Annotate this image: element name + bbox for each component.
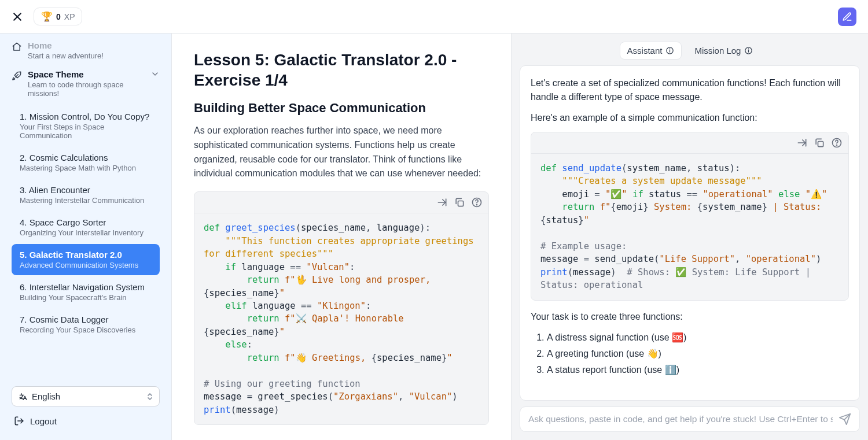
tab-mission-log[interactable]: Mission Log bbox=[687, 42, 760, 60]
task-list: A distress signal function (use 🆘) A gre… bbox=[547, 331, 849, 377]
send-button[interactable] bbox=[838, 413, 851, 426]
language-select[interactable]: English bbox=[12, 386, 160, 406]
task-item-1: A distress signal function (use 🆘) bbox=[547, 331, 849, 345]
copy-code-button[interactable] bbox=[814, 137, 825, 149]
help-code-button[interactable] bbox=[471, 197, 483, 208]
arrow-right-icon bbox=[436, 197, 448, 208]
help-code-button[interactable] bbox=[831, 137, 843, 149]
chat-input[interactable] bbox=[528, 414, 833, 424]
chat-msg-1: Let's create a set of specialized commun… bbox=[531, 76, 849, 104]
example-code-block: def send_update(system_name, status): ""… bbox=[531, 132, 849, 301]
logout-icon bbox=[14, 416, 24, 426]
svg-point-13 bbox=[749, 49, 749, 49]
lesson-title: Lesson 5: Galactic Translator 2.0 - Exer… bbox=[194, 50, 489, 90]
run-code-button[interactable] bbox=[796, 137, 808, 149]
pencil-icon bbox=[842, 12, 852, 22]
translate-icon bbox=[18, 392, 27, 401]
xp-badge[interactable]: 🏆 0 XP bbox=[34, 8, 82, 25]
edit-button[interactable] bbox=[838, 8, 856, 26]
home-icon bbox=[12, 42, 22, 52]
lesson-item-3[interactable]: 3. Alien Encounter Mastering Interstella… bbox=[12, 179, 160, 210]
trophy-icon: 🏆 bbox=[41, 11, 53, 22]
home-title: Home bbox=[28, 40, 160, 50]
sidebar: Home Start a new adventure! Space Theme … bbox=[0, 34, 172, 440]
svg-point-7 bbox=[477, 205, 477, 205]
svg-point-18 bbox=[837, 145, 837, 146]
svg-rect-16 bbox=[818, 142, 823, 147]
assistant-panel: Assistant Mission Log Let's create a set… bbox=[512, 34, 868, 440]
task-item-2: A greeting function (use 👋) bbox=[547, 347, 849, 361]
svg-point-10 bbox=[670, 49, 671, 49]
theme-title: Space Theme bbox=[28, 69, 145, 79]
chevron-down-icon bbox=[150, 69, 160, 79]
xp-value: 0 bbox=[56, 12, 61, 21]
home-subtitle: Start a new adventure! bbox=[28, 51, 160, 60]
tab-assistant-label: Assistant bbox=[627, 46, 663, 56]
help-icon bbox=[831, 137, 843, 149]
logout-label: Logout bbox=[30, 416, 57, 426]
close-icon bbox=[12, 11, 23, 23]
tab-assistant[interactable]: Assistant bbox=[620, 42, 682, 60]
run-code-button[interactable] bbox=[436, 197, 448, 208]
lesson-list: 1. Mission Control, Do You Copy? Your Fi… bbox=[12, 106, 160, 340]
lesson-item-4[interactable]: 4. Space Cargo Sorter Organizing Your In… bbox=[12, 212, 160, 243]
svg-rect-5 bbox=[458, 201, 464, 206]
lesson-content: Lesson 5: Galactic Translator 2.0 - Exer… bbox=[172, 34, 512, 440]
arrow-right-icon bbox=[796, 137, 808, 149]
task-item-3: A status report function (use ℹ️) bbox=[547, 363, 849, 377]
logout-button[interactable]: Logout bbox=[12, 410, 160, 432]
lesson-item-2[interactable]: 2. Cosmic Calculations Mastering Space M… bbox=[12, 147, 160, 178]
lesson-item-7[interactable]: 7. Cosmic Data Logger Recording Your Spa… bbox=[12, 309, 160, 340]
copy-icon bbox=[454, 197, 465, 208]
lesson-code-block: def greet_species(species_name, language… bbox=[194, 191, 489, 425]
lesson-code: def greet_species(species_name, language… bbox=[194, 213, 488, 424]
info-icon bbox=[744, 46, 753, 55]
sidebar-theme-header[interactable]: Space Theme Learn to code through space … bbox=[12, 65, 160, 102]
lesson-item-6[interactable]: 6. Interstellar Navigation System Buildi… bbox=[12, 276, 160, 308]
lesson-paragraph: As our exploration reaches further into … bbox=[194, 124, 489, 181]
chat-area: Let's create a set of specialized commun… bbox=[520, 65, 860, 401]
task-intro: Your task is to create three functions: bbox=[531, 310, 849, 324]
composer bbox=[520, 406, 860, 432]
close-button[interactable] bbox=[12, 11, 23, 23]
topbar: 🏆 0 XP bbox=[0, 0, 868, 34]
example-code: def send_update(system_name, status): ""… bbox=[531, 154, 848, 300]
language-value: English bbox=[32, 391, 60, 401]
chat-msg-2: Here's an example of a simple communicat… bbox=[531, 111, 849, 125]
sidebar-item-home[interactable]: Home Start a new adventure! bbox=[12, 36, 160, 65]
help-icon bbox=[471, 197, 483, 208]
tab-mission-log-label: Mission Log bbox=[694, 46, 741, 56]
xp-label: XP bbox=[64, 12, 75, 21]
updown-icon bbox=[146, 392, 153, 401]
lesson-item-1[interactable]: 1. Mission Control, Do You Copy? Your Fi… bbox=[12, 106, 160, 146]
theme-subtitle: Learn to code through space missions! bbox=[28, 80, 145, 98]
lesson-subtitle: Building Better Space Communication bbox=[194, 101, 489, 116]
lesson-item-5[interactable]: 5. Galactic Translator 2.0 Advanced Comm… bbox=[12, 244, 160, 275]
send-icon bbox=[838, 413, 851, 426]
copy-icon bbox=[814, 137, 825, 149]
copy-code-button[interactable] bbox=[454, 197, 465, 208]
rocket-icon bbox=[12, 71, 22, 81]
panel-tabs: Assistant Mission Log bbox=[520, 42, 860, 60]
info-icon bbox=[665, 46, 674, 55]
